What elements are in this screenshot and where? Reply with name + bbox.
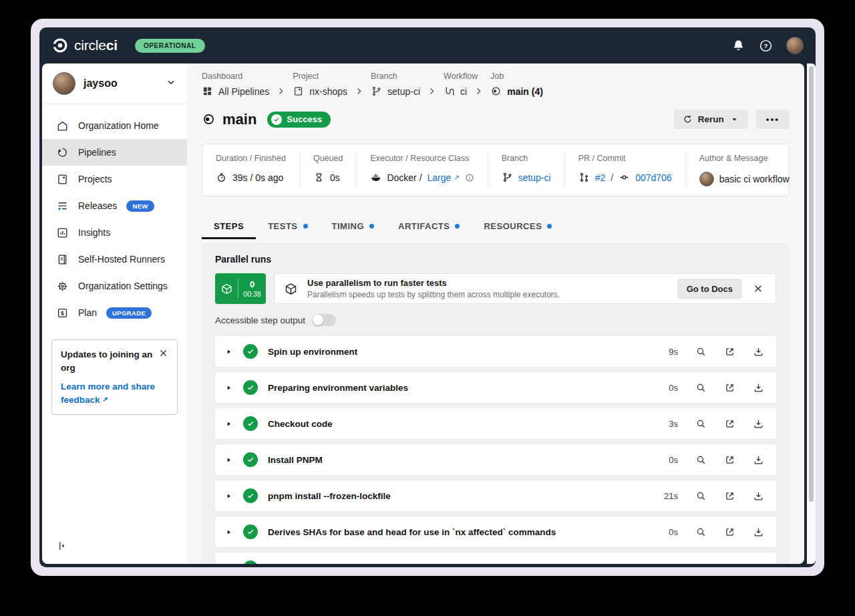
step-name: Derives SHAs for base and head for use i…	[268, 527, 556, 537]
close-icon[interactable]	[753, 283, 763, 294]
scrollbar-thumb[interactable]	[809, 66, 814, 502]
expand-caret-icon[interactable]	[226, 349, 232, 355]
download-output-icon[interactable]	[753, 418, 764, 430]
tab-label: TESTS	[268, 221, 297, 231]
tab[interactable]: TESTS	[256, 215, 319, 239]
help-icon[interactable]: ?	[759, 39, 773, 53]
sidebar: jaysoo Organization Home	[42, 63, 187, 564]
breadcrumb-level-label: Dashboard	[202, 71, 293, 81]
sidebar-item[interactable]: Self-Hosted Runners	[42, 246, 187, 273]
breadcrumb-item: Job main (4)	[490, 71, 543, 97]
download-output-icon[interactable]	[753, 563, 764, 565]
commit-icon	[619, 172, 630, 183]
page-scrollbar[interactable]	[807, 63, 816, 564]
breadcrumb-link[interactable]: main (4)	[507, 86, 543, 97]
tab[interactable]: ARTIFACTS	[386, 215, 472, 239]
sidebar-item-icon	[56, 253, 69, 266]
accessible-output-toggle[interactable]	[312, 314, 336, 326]
chevron-right-icon	[428, 87, 436, 96]
open-external-icon[interactable]	[724, 382, 735, 394]
open-external-icon[interactable]	[724, 346, 735, 357]
open-external-icon[interactable]	[724, 490, 735, 502]
sidebar-item[interactable]: Pipelines	[42, 139, 187, 166]
close-icon[interactable]	[158, 348, 168, 374]
go-to-docs-button[interactable]: Go to Docs	[677, 279, 742, 299]
sidebar-item[interactable]: $ Plan UPGRADE	[42, 299, 187, 326]
topbar-actions: ?	[731, 37, 804, 54]
breadcrumb-link[interactable]: All Pipelines	[218, 86, 269, 97]
job-summary-card: Duration / Finished 39s / 0s ago Queued	[202, 144, 790, 196]
sidebar-item[interactable]: Projects	[42, 166, 187, 192]
open-external-icon[interactable]	[724, 563, 735, 565]
info-icon[interactable]	[465, 173, 474, 182]
circleci-logo[interactable]: circleci	[51, 37, 118, 54]
expand-caret-icon[interactable]	[226, 421, 232, 427]
org-avatar	[53, 72, 75, 95]
branch-link[interactable]: setup-ci	[518, 172, 551, 183]
more-options-button[interactable]: •••	[756, 110, 790, 129]
search-output-icon[interactable]	[695, 382, 707, 394]
step-name: pnpm install --frozen-lockfile	[268, 491, 391, 501]
job-header: main Success Rerun	[202, 110, 790, 129]
app-window: circleci OPERATIONAL ?	[31, 19, 824, 576]
expand-caret-icon[interactable]	[226, 529, 232, 535]
tab[interactable]: TIMING	[320, 215, 387, 239]
tab[interactable]: RESOURCES	[472, 215, 564, 239]
circleci-logo-text: circleci	[74, 37, 118, 53]
step-row[interactable]: Preparing environment variables 0s	[215, 372, 776, 403]
breadcrumb-level-label: Workflow	[444, 71, 490, 81]
expand-caret-icon[interactable]	[226, 493, 232, 499]
search-output-icon[interactable]	[695, 563, 707, 565]
open-external-icon[interactable]	[724, 454, 735, 466]
breadcrumb-icon	[202, 86, 213, 97]
breadcrumb-link[interactable]: setup-ci	[387, 86, 420, 97]
breadcrumb-icon	[293, 86, 304, 97]
step-row[interactable]: Derives SHAs for base and head for use i…	[215, 516, 776, 547]
search-output-icon[interactable]	[695, 418, 707, 430]
search-output-icon[interactable]	[695, 346, 707, 357]
open-external-icon[interactable]	[724, 418, 735, 430]
step-row[interactable]: pnpm exec nx affected --base=$NX_BASE --…	[215, 553, 776, 564]
search-output-icon[interactable]	[695, 526, 707, 538]
sidebar-item[interactable]: Organization Settings	[42, 273, 187, 299]
parallel-run-row: 0 00:38 Use parallelism to ru	[215, 273, 776, 304]
step-success-icon	[243, 488, 258, 503]
step-row[interactable]: Checkout code 3s	[215, 408, 776, 439]
expand-caret-icon[interactable]	[226, 385, 232, 391]
breadcrumb-icon	[444, 86, 455, 97]
org-switcher[interactable]: jaysoo	[42, 63, 187, 104]
notifications-bell-icon[interactable]	[731, 39, 745, 53]
author-avatar	[699, 172, 714, 186]
step-row[interactable]: Spin up environment 9s	[215, 336, 776, 367]
sidebar-item[interactable]: Releases NEW	[42, 192, 187, 219]
parallel-run-index: 0	[250, 279, 254, 290]
sidebar-item[interactable]: Organization Home	[42, 112, 187, 139]
step-row[interactable]: Install PNPM 0s	[215, 444, 776, 475]
expand-caret-icon[interactable]	[226, 457, 232, 463]
banner-subtitle: Parallelism speeds up tests by splitting…	[307, 289, 560, 300]
sidebar-collapse-icon[interactable]	[56, 540, 68, 555]
resource-class-link[interactable]: Large ↗	[428, 172, 460, 183]
parallel-run-selector[interactable]: 0 00:38	[215, 273, 266, 304]
search-output-icon[interactable]	[695, 454, 707, 466]
commit-link[interactable]: 007d706	[635, 172, 672, 183]
download-output-icon[interactable]	[753, 346, 764, 357]
download-output-icon[interactable]	[753, 382, 764, 394]
pr-link[interactable]: #2	[595, 172, 606, 183]
operational-status-badge[interactable]: OPERATIONAL	[135, 39, 205, 53]
download-output-icon[interactable]	[753, 454, 764, 466]
user-avatar[interactable]	[786, 37, 804, 54]
breadcrumb-link[interactable]: nx-shops	[309, 86, 347, 97]
tab[interactable]: STEPS	[202, 215, 256, 239]
step-row[interactable]: pnpm install --frozen-lockfile 21s	[215, 480, 776, 511]
sidebar-item[interactable]: Insights	[42, 219, 187, 246]
breadcrumb-link[interactable]: ci	[460, 86, 467, 97]
rerun-button[interactable]: Rerun	[674, 110, 748, 129]
download-output-icon[interactable]	[753, 526, 764, 538]
sidebar-nav: Organization Home Pipelines	[42, 104, 187, 329]
updates-card-link[interactable]: Learn more and share feedback ↗	[61, 380, 168, 406]
open-external-icon[interactable]	[724, 526, 735, 538]
download-output-icon[interactable]	[753, 490, 764, 502]
search-output-icon[interactable]	[695, 490, 707, 502]
job-tabs: STEPS TESTS TIMING	[202, 215, 790, 239]
